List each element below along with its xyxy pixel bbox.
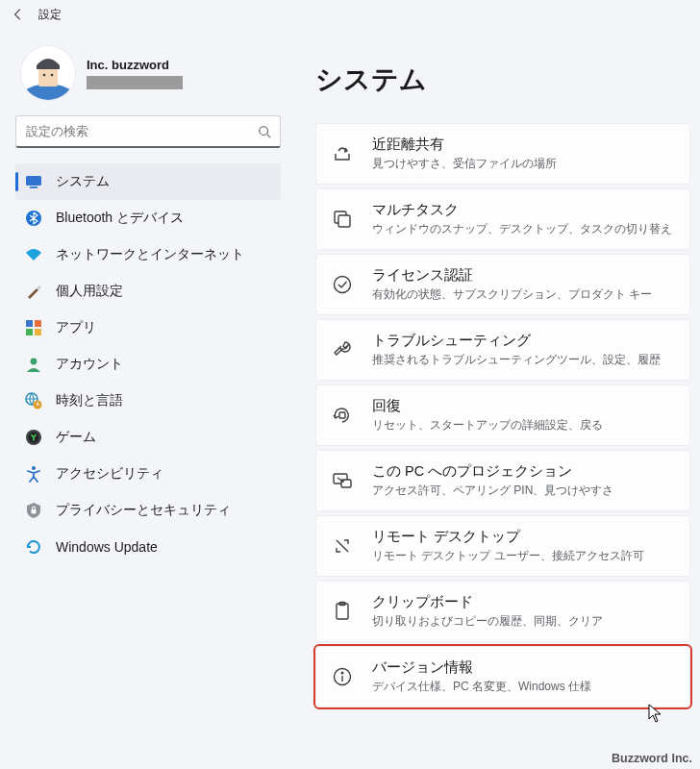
svg-point-12 xyxy=(31,359,38,365)
share-icon xyxy=(332,143,353,164)
card-subtitle: デバイス仕様、PC 名変更、Windows 仕様 xyxy=(372,679,591,695)
avatar xyxy=(21,46,75,100)
titlebar: 設定 xyxy=(0,0,700,29)
card-troubleshoot[interactable]: トラブルシューティング 推奨されるトラブルシューティングツール、設定、履歴 xyxy=(315,319,690,381)
search-box[interactable] xyxy=(15,115,281,148)
search-input[interactable] xyxy=(15,115,281,148)
clipboard-icon xyxy=(332,601,353,622)
sidebar-item-label: Windows Update xyxy=(56,539,158,555)
sidebar-item-bluetooth[interactable]: Bluetooth とデバイス xyxy=(15,200,281,236)
card-title: 近距離共有 xyxy=(372,136,557,154)
sidebar-item-accessibility[interactable]: アクセシビリティ xyxy=(15,456,281,492)
apps-icon xyxy=(25,319,42,336)
card-title: 回復 xyxy=(372,397,603,415)
main-panel: システム 近距離共有 見つけやすさ、受信ファイルの場所 マルチタスク ウィンドウ… xyxy=(288,29,700,769)
sidebar-item-system[interactable]: システム xyxy=(15,163,281,200)
svg-rect-9 xyxy=(35,320,41,327)
svg-point-17 xyxy=(32,466,36,470)
card-subtitle: ウィンドウのスナップ、デスクトップ、タスクの切り替え xyxy=(372,221,672,237)
nav-list: システム Bluetooth とデバイス ネットワークとインターネット 個人用設… xyxy=(15,163,281,565)
update-icon xyxy=(25,538,42,556)
sidebar-item-accounts[interactable]: アカウント xyxy=(15,346,281,383)
accessibility-icon xyxy=(25,465,42,483)
svg-rect-25 xyxy=(337,604,348,619)
sidebar-item-label: ゲーム xyxy=(56,429,96,446)
remote-icon xyxy=(332,535,353,557)
sidebar-item-label: アプリ xyxy=(56,319,96,336)
project-icon xyxy=(332,470,353,491)
svg-point-28 xyxy=(341,672,343,674)
card-remote-desktop[interactable]: リモート デスクトップ リモート デスクトップ ユーザー、接続アクセス許可 xyxy=(315,515,690,577)
card-title: クリップボード xyxy=(372,593,603,611)
card-title: この PC へのプロジェクション xyxy=(372,462,613,481)
window-title: 設定 xyxy=(38,7,62,23)
card-title: ライセンス認証 xyxy=(372,266,652,285)
shield-icon xyxy=(25,502,42,519)
wrench-icon xyxy=(332,339,353,360)
sidebar-item-apps[interactable]: アプリ xyxy=(15,310,281,346)
card-subtitle: 推奨されるトラブルシューティングツール、設定、履歴 xyxy=(372,352,661,368)
card-multitasking[interactable]: マルチタスク ウィンドウのスナップ、デスクトップ、タスクの切り替え xyxy=(315,188,690,250)
svg-point-4 xyxy=(260,127,268,136)
sidebar-item-label: Bluetooth とデバイス xyxy=(56,210,184,227)
sidebar-item-privacy[interactable]: プライバシーとセキュリティ xyxy=(15,492,281,529)
card-activation[interactable]: ライセンス認証 有効化の状態、サブスクリプション、プロダクト キー xyxy=(315,254,690,315)
sidebar-item-label: 時刻と言語 xyxy=(56,392,123,409)
svg-point-21 xyxy=(335,277,351,293)
card-clipboard[interactable]: クリップボード 切り取りおよびコピーの履歴、同期、クリア xyxy=(315,581,690,642)
page-title: システム xyxy=(315,62,692,98)
card-subtitle: アクセス許可、ペアリング PIN、見つけやすさ xyxy=(372,483,613,499)
sidebar-item-time-language[interactable]: 時刻と言語 xyxy=(15,383,281,419)
sidebar-item-label: アクセシビリティ xyxy=(56,465,163,483)
svg-rect-22 xyxy=(339,412,345,418)
wifi-icon xyxy=(25,246,42,263)
back-icon[interactable] xyxy=(12,8,25,21)
svg-rect-20 xyxy=(338,215,350,227)
brush-icon xyxy=(25,283,42,300)
card-projecting[interactable]: この PC へのプロジェクション アクセス許可、ペアリング PIN、見つけやすさ xyxy=(315,450,690,511)
sidebar-item-network[interactable]: ネットワークとインターネット xyxy=(15,236,281,273)
sidebar-item-label: 個人用設定 xyxy=(56,283,123,300)
sidebar-item-windows-update[interactable]: Windows Update xyxy=(15,529,281,565)
multitask-icon xyxy=(332,209,353,230)
card-subtitle: 切り取りおよびコピーの履歴、同期、クリア xyxy=(372,613,603,630)
card-about[interactable]: バージョン情報 デバイス仕様、PC 名変更、Windows 仕様 xyxy=(315,646,690,707)
recovery-icon xyxy=(332,405,353,426)
sidebar-item-label: アカウント xyxy=(56,356,123,373)
card-title: マルチタスク xyxy=(372,201,672,219)
svg-rect-10 xyxy=(26,329,33,335)
card-title: リモート デスクトップ xyxy=(372,528,644,546)
check-circle-icon xyxy=(332,274,353,295)
svg-rect-8 xyxy=(26,320,33,327)
svg-point-3 xyxy=(51,74,54,77)
profile[interactable]: Inc. buzzword xyxy=(15,37,281,113)
info-icon xyxy=(332,666,353,687)
mouse-cursor xyxy=(648,704,663,725)
settings-list: 近距離共有 見つけやすさ、受信ファイルの場所 マルチタスク ウィンドウのスナップ… xyxy=(315,123,692,707)
svg-rect-5 xyxy=(26,176,41,186)
profile-email-redacted xyxy=(87,76,183,89)
svg-point-2 xyxy=(43,74,46,77)
card-recovery[interactable]: 回復 リセット、スタートアップの詳細設定、戻る xyxy=(315,384,690,446)
sidebar-item-gaming[interactable]: ゲーム xyxy=(15,419,281,456)
gaming-icon xyxy=(25,429,42,446)
sidebar-item-label: システム xyxy=(56,173,110,190)
profile-name: Inc. buzzword xyxy=(87,58,183,72)
card-subtitle: リセット、スタートアップの詳細設定、戻る xyxy=(372,417,603,434)
sidebar-item-label: ネットワークとインターネット xyxy=(56,246,244,263)
card-title: バージョン情報 xyxy=(372,658,591,677)
sidebar-item-label: プライバシーとセキュリティ xyxy=(56,502,231,519)
svg-rect-18 xyxy=(32,509,37,514)
system-icon xyxy=(25,173,42,190)
svg-rect-11 xyxy=(35,329,41,335)
card-nearby-sharing[interactable]: 近距離共有 見つけやすさ、受信ファイルの場所 xyxy=(315,123,690,185)
card-title: トラブルシューティング xyxy=(372,332,661,350)
watermark: Buzzword Inc. xyxy=(612,752,692,765)
account-icon xyxy=(25,356,42,373)
sidebar: Inc. buzzword システム Bluetooth とデバイス xyxy=(0,29,288,769)
sidebar-item-personalization[interactable]: 個人用設定 xyxy=(15,273,281,310)
card-subtitle: リモート デスクトップ ユーザー、接続アクセス許可 xyxy=(372,548,644,564)
svg-rect-6 xyxy=(30,186,38,188)
bluetooth-icon xyxy=(25,210,42,227)
card-subtitle: 有効化の状態、サブスクリプション、プロダクト キー xyxy=(372,286,652,303)
